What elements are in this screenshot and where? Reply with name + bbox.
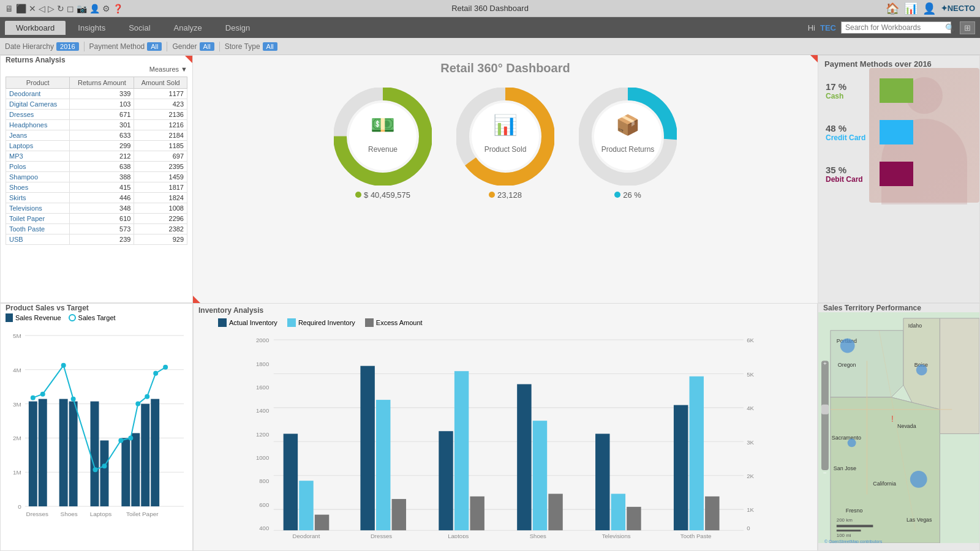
stop-btn[interactable]: ◻	[67, 4, 74, 13]
svg-text:600: 600	[259, 501, 269, 508]
payment-method-debit-card: 35 % Debit Card	[826, 162, 972, 186]
window-title: Retail 360 Dashboard	[451, 4, 529, 13]
svg-text:!: !	[891, 414, 894, 424]
inv-deodorant-actual	[284, 434, 298, 531]
inventory-analysis-panel: Inventory Analysis Actual Inventory Requ…	[193, 303, 818, 551]
dashboard-icon[interactable]: 📊	[904, 2, 918, 15]
tab-workboard[interactable]: Workboard	[5, 21, 66, 35]
svg-text:3K: 3K	[747, 439, 754, 446]
tab-social[interactable]: Social	[118, 21, 161, 35]
tab-analyze[interactable]: Analyze	[163, 21, 213, 35]
svg-text:400: 400	[259, 525, 269, 531]
svg-text:3M: 3M	[13, 401, 21, 408]
filter-date-value[interactable]: 2016	[56, 42, 78, 51]
search-input[interactable]	[841, 21, 951, 34]
inv-deodorant-required	[299, 481, 313, 530]
pm-name-2: Debit Card	[826, 175, 875, 184]
svg-text:4K: 4K	[747, 405, 754, 411]
svg-text:© OpenStreetMap contributors: © OpenStreetMap contributors	[824, 539, 883, 543]
corner-decoration-top-right	[810, 55, 818, 62]
user-settings-icon[interactable]: 👤	[922, 2, 936, 15]
svg-text:Deodorant: Deodorant	[293, 533, 320, 538]
svg-text:Las Vegas: Las Vegas	[907, 517, 932, 523]
amount-sold: 697	[134, 151, 187, 162]
product-name: Skirts	[6, 193, 70, 203]
grid-view-btn[interactable]: ⊞	[960, 21, 975, 34]
svg-text:4M: 4M	[13, 367, 21, 373]
amount-sold: 2184	[134, 130, 187, 141]
zoom-bar	[821, 361, 829, 470]
inv-deodorant-excess	[315, 515, 329, 531]
svg-text:200 km: 200 km	[837, 517, 853, 523]
target-dot-10	[145, 394, 149, 399]
table-row: Toilet Paper6102296	[6, 214, 187, 224]
close-btn[interactable]: ✕	[29, 4, 36, 13]
amount-sold: 1008	[134, 203, 187, 214]
svg-text:800: 800	[259, 478, 269, 484]
legend-revenue: Sales Revenue	[6, 313, 61, 322]
dashboard-title: Retail 360° Dashboard	[440, 61, 570, 75]
revenue-color-swatch	[6, 313, 13, 322]
inv-laptops-actual	[439, 431, 453, 530]
excess-swatch	[365, 318, 374, 327]
returns-analysis-panel: Returns Analysis Measures ▼ Product Retu…	[0, 55, 193, 303]
settings-btn[interactable]: ⚙	[102, 4, 110, 13]
refresh-btn[interactable]: ↻	[57, 4, 64, 13]
table-row: Headphones3011216	[6, 120, 187, 130]
user-btn[interactable]: 👤	[89, 4, 100, 13]
table-row: Shampoo3881459	[6, 172, 187, 182]
screenshot-btn[interactable]: 📷	[77, 4, 87, 13]
target-dot-2	[40, 392, 45, 397]
search-icon[interactable]: 🔍	[945, 23, 955, 32]
map-area[interactable]: Portland Oregon Idaho Boise Nevada Sacra…	[818, 312, 979, 543]
pm-info-0: 17 % Cash	[826, 81, 875, 100]
back-btn[interactable]: ◁	[39, 4, 45, 13]
table-row: Deodorant3391177	[6, 89, 187, 99]
donut-svg-0: Revenue	[334, 88, 432, 186]
target-label: Sales Target	[78, 314, 116, 321]
svg-text:1400: 1400	[256, 407, 269, 414]
tab-insights[interactable]: Insights	[67, 21, 116, 35]
bar-shoes-2	[69, 402, 78, 506]
svg-text:Fresno: Fresno	[846, 508, 863, 514]
corner-decoration-bottom-left	[193, 296, 200, 303]
tab-design[interactable]: Design	[214, 21, 261, 35]
filter-store-type[interactable]: Store Type All	[225, 42, 277, 51]
table-row: USB239929	[6, 234, 187, 245]
nav-bar: Workboard Insights Social Analyze Design…	[0, 17, 980, 38]
donut-product-sold: Product Sold 📊 23,128	[456, 88, 554, 200]
filter-gender[interactable]: Gender All	[172, 42, 214, 51]
payment-methods-list: 17 % Cash 48 % Credit Card 35 % Debit Ca…	[818, 72, 979, 209]
svg-text:California: California	[873, 481, 896, 487]
svg-text:Televisions: Televisions	[602, 533, 631, 538]
returns-amount: 301	[70, 120, 134, 130]
amount-sold: 1216	[134, 120, 187, 130]
home-icon[interactable]: 🏠	[886, 2, 899, 15]
inventory-chart-svg: 2000 1800 1600 1400 1200 1000 800 600 40…	[198, 329, 812, 538]
filter-sep-2	[167, 42, 167, 51]
filter-date-hierarchy[interactable]: Date Hierarchy 2016	[5, 42, 79, 51]
zoom-handle[interactable]	[821, 405, 829, 414]
forward-btn[interactable]: ▷	[48, 4, 55, 13]
pm-bar-0	[880, 78, 913, 103]
bar-toiletpaper-4	[151, 399, 159, 506]
donut-svg-container: Product Sold 📊	[456, 88, 554, 186]
table-row: Laptops2991185	[6, 141, 187, 151]
bar-toiletpaper-1	[121, 438, 130, 506]
dashboard-center: Retail 360° Dashboard Revenue 💵 $ 40,459…	[193, 55, 818, 303]
inv-toothpaste-excess	[705, 497, 719, 530]
actual-label: Actual Inventory	[229, 319, 277, 326]
filter-gender-value[interactable]: All	[200, 42, 214, 51]
filter-date-label: Date Hierarchy	[5, 42, 54, 51]
inv-dresses-required	[376, 400, 390, 530]
filter-payment-method[interactable]: Payment Method All	[89, 42, 162, 51]
svg-text:San Jose: San Jose	[834, 465, 856, 471]
filter-payment-value[interactable]: All	[147, 42, 162, 51]
svg-text:5K: 5K	[747, 371, 754, 378]
col-sold: Amount Sold	[134, 77, 187, 89]
svg-text:2K: 2K	[747, 473, 754, 479]
main-grid: Returns Analysis Measures ▼ Product Retu…	[0, 55, 980, 551]
filter-store-value[interactable]: All	[263, 42, 277, 51]
pm-name-1: Credit Card	[826, 133, 875, 142]
help-btn[interactable]: ❓	[113, 4, 123, 13]
